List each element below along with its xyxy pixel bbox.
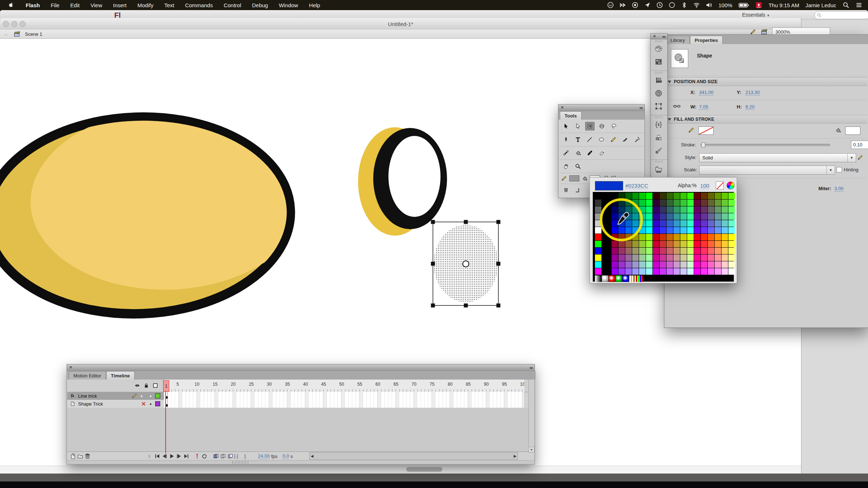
swatch[interactable]	[653, 193, 659, 199]
swatch[interactable]	[680, 261, 687, 268]
swatch[interactable]	[715, 254, 721, 261]
swatch[interactable]	[722, 268, 728, 275]
app-search-field[interactable]	[814, 11, 868, 19]
bottom-scroll-thumb[interactable]	[232, 461, 250, 464]
loop-icon[interactable]	[201, 453, 208, 459]
layer-visible-dot[interactable]: •	[137, 393, 146, 399]
shortcuts-icon[interactable]	[620, 2, 626, 9]
swatch[interactable]	[687, 234, 694, 240]
timeline-bottom-scroll-track[interactable]	[67, 460, 534, 464]
swatch[interactable]	[715, 200, 721, 206]
swatch[interactable]	[701, 268, 707, 275]
swatch[interactable]	[680, 248, 687, 254]
playhead-line[interactable]	[165, 391, 166, 453]
swatch[interactable]	[722, 227, 728, 234]
menu-edit[interactable]: Edit	[70, 2, 80, 8]
transform-panel-icon[interactable]	[651, 100, 667, 113]
swatch[interactable]	[646, 213, 652, 220]
swatch[interactable]	[687, 206, 694, 213]
swatch[interactable]	[625, 200, 632, 206]
swatch[interactable]	[660, 213, 666, 220]
step-back-icon[interactable]	[161, 453, 168, 459]
swatch[interactable]	[625, 213, 632, 220]
swatch[interactable]	[660, 220, 666, 227]
fill-color-swatch[interactable]	[845, 127, 860, 135]
swatch[interactable]	[646, 268, 652, 275]
swatch[interactable]	[660, 193, 666, 199]
menu-flash[interactable]: Flash	[26, 2, 40, 8]
swatch[interactable]	[687, 254, 694, 261]
swatch[interactable]	[618, 227, 625, 234]
swatch[interactable]	[653, 213, 659, 220]
swatch[interactable]	[618, 220, 625, 227]
swatch[interactable]	[612, 220, 618, 227]
onion-skin-icon[interactable]	[212, 453, 220, 459]
swatch[interactable]	[680, 200, 687, 206]
swatch[interactable]	[632, 200, 639, 206]
brush-tool-icon[interactable]	[621, 135, 630, 144]
swatch[interactable]	[667, 248, 673, 254]
hinting-checkbox[interactable]	[837, 167, 842, 172]
swatch[interactable]	[728, 206, 735, 213]
dock-drag-handle[interactable]: ||||||||	[651, 71, 667, 74]
swatch[interactable]	[660, 200, 666, 206]
battery-icon[interactable]	[739, 2, 749, 9]
swatch[interactable]	[694, 200, 701, 206]
edit-stroke-style-icon[interactable]	[858, 155, 863, 160]
swatch[interactable]	[715, 248, 721, 254]
swatch[interactable]	[694, 193, 701, 199]
stroke-weight-slider[interactable]	[701, 144, 830, 146]
swatch[interactable]	[639, 193, 646, 199]
swatch[interactable]	[612, 227, 618, 234]
swatch[interactable]	[639, 227, 646, 234]
swatch[interactable]	[646, 227, 652, 234]
swatch[interactable]	[595, 227, 601, 234]
align-panel-icon[interactable]	[651, 74, 667, 87]
code-snippets-panel-icon[interactable]	[651, 118, 667, 131]
swatch[interactable]	[595, 213, 601, 220]
dock-expand-icon[interactable]: »»	[662, 34, 665, 39]
swatch[interactable]	[701, 248, 707, 254]
swatch[interactable]	[673, 268, 680, 275]
eraser-tool-icon[interactable]	[597, 149, 607, 157]
swatch[interactable]	[612, 206, 618, 213]
swatch[interactable]	[632, 220, 639, 227]
section-position-size[interactable]: POSITION AND SIZE	[664, 77, 867, 86]
edit-multiple-frames-icon[interactable]	[227, 453, 234, 459]
swatch[interactable]	[715, 213, 721, 220]
swatch[interactable]	[667, 193, 673, 199]
menu-debug[interactable]: Debug	[252, 2, 268, 8]
tab-motion-editor[interactable]: Motion Editor	[69, 371, 106, 380]
swatch[interactable]	[673, 220, 680, 227]
swatch[interactable]	[625, 254, 632, 261]
swatch[interactable]	[667, 254, 673, 261]
swatch[interactable]	[701, 241, 707, 247]
show-hide-all-icon[interactable]	[135, 383, 140, 389]
swatch[interactable]	[722, 206, 728, 213]
swatch[interactable]	[660, 241, 666, 247]
text-tool-icon[interactable]	[573, 135, 583, 144]
layer-row-shape-trick[interactable]: Shape Trick •	[67, 400, 164, 408]
swatch[interactable]	[625, 261, 632, 268]
selected-oval-shape[interactable]	[431, 220, 501, 308]
pen-tool-icon[interactable]	[561, 135, 571, 144]
swatch[interactable]	[618, 206, 625, 213]
swatch[interactable]	[653, 261, 659, 268]
swatch[interactable]	[708, 248, 714, 254]
no-color-button[interactable]	[716, 181, 724, 189]
swatch[interactable]	[625, 268, 632, 275]
swatch[interactable]	[701, 193, 707, 199]
info-panel-icon[interactable]	[651, 87, 667, 100]
modify-markers-icon[interactable]: [·]	[234, 454, 238, 459]
layer-outline-color-swatch[interactable]	[155, 401, 160, 406]
pencil-tool-icon[interactable]	[609, 135, 618, 144]
swatch[interactable]	[728, 261, 735, 268]
ring-shape[interactable]	[358, 127, 447, 236]
swatch[interactable]	[673, 227, 680, 234]
swatch[interactable]	[632, 261, 639, 268]
layer-name[interactable]: Line trick	[78, 393, 97, 399]
swatch[interactable]	[667, 227, 673, 234]
stroke-color-swatch[interactable]	[698, 127, 714, 135]
menu-insert[interactable]: Insert	[113, 2, 127, 8]
edit-scene-icon[interactable]	[761, 29, 767, 35]
